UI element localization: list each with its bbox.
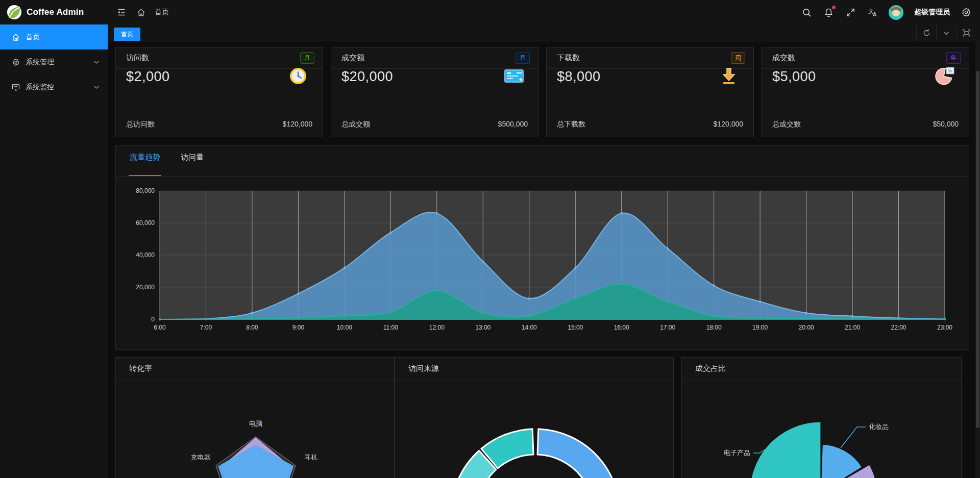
search-icon[interactable]: [801, 7, 812, 18]
stat-card-transactions: 成交额 月 $20,000 总成交额 $500,000: [331, 47, 538, 137]
page-scrollbar[interactable]: [975, 41, 980, 478]
svg-text:耳机: 耳机: [304, 454, 317, 461]
stat-footer-value: $120,000: [714, 120, 743, 129]
fullscreen-icon[interactable]: [845, 7, 856, 18]
settings-gear-icon[interactable]: [961, 7, 972, 18]
radar-chart[interactable]: 电脑充电器耳机: [116, 380, 394, 478]
coffee-admin-app: Coffee Admin 首页 系统管理 系统监控: [0, 0, 980, 478]
svg-text:17:00: 17:00: [660, 324, 675, 331]
svg-text:7:00: 7:00: [200, 324, 212, 331]
card-title: 下载数: [557, 53, 580, 63]
tab-visit-volume[interactable]: 访问量: [181, 153, 204, 176]
stat-footer-value: $120,000: [283, 120, 312, 129]
user-name[interactable]: 超级管理员: [914, 8, 950, 17]
svg-text:6:00: 6:00: [154, 324, 166, 331]
user-avatar[interactable]: [889, 5, 903, 20]
svg-text:20:00: 20:00: [799, 324, 814, 331]
download-icon: [719, 66, 739, 86]
svg-text:电子产品: 电子产品: [724, 449, 750, 457]
stat-card-downloads: 下载数 周 $8,000 总下载数 $120,000: [546, 47, 754, 137]
panel-title: 转化率: [116, 358, 394, 380]
notification-dot: [832, 6, 836, 9]
sidebar-item-label: 系统管理: [26, 58, 93, 67]
svg-text:40,000: 40,000: [136, 251, 155, 259]
panel-title: 访问来源: [395, 358, 673, 380]
svg-text:13:00: 13:00: [475, 324, 491, 331]
card-title: 访问数: [126, 53, 149, 63]
breadcrumb[interactable]: 首页: [155, 8, 169, 17]
svg-text:80,000: 80,000: [136, 187, 155, 194]
svg-text:12:00: 12:00: [429, 324, 445, 331]
tab-home[interactable]: 首页: [114, 28, 140, 41]
svg-text:化妆品: 化妆品: [869, 423, 889, 431]
svg-text:11:00: 11:00: [383, 324, 398, 331]
clock-icon: [288, 66, 308, 86]
period-badge: 年: [946, 52, 961, 64]
stat-footer-value: $50,000: [933, 120, 959, 129]
breadcrumb-home-icon[interactable]: [135, 7, 146, 18]
app-title: Coffee Admin: [27, 7, 84, 17]
menu-fold-icon[interactable]: [116, 7, 127, 18]
svg-text:20,000: 20,000: [136, 284, 155, 291]
stat-footer-label: 总成交额: [341, 120, 370, 129]
period-badge: 月: [516, 52, 530, 64]
svg-text:19:00: 19:00: [752, 324, 768, 331]
svg-text:21:00: 21:00: [845, 324, 860, 331]
svg-text:0: 0: [151, 316, 155, 323]
svg-text:%: %: [948, 68, 952, 73]
sidebar-item-home[interactable]: 首页: [0, 24, 108, 49]
sidebar-item-label: 系统监控: [26, 83, 93, 92]
stat-footer-label: 总访问数: [126, 120, 155, 129]
svg-text:15:00: 15:00: [568, 324, 583, 331]
pie-chart[interactable]: 电子产品化妆品: [682, 380, 961, 478]
chevron-down-icon[interactable]: [936, 24, 956, 41]
svg-text:14:00: 14:00: [522, 324, 537, 331]
stat-footer-value: $500,000: [498, 120, 528, 129]
pie-chart-icon: %: [934, 66, 954, 86]
period-badge: 月: [300, 52, 314, 64]
tab-traffic-trend[interactable]: 流量趋势: [130, 153, 160, 176]
donut-chart[interactable]: [395, 380, 673, 478]
svg-text:22:00: 22:00: [891, 324, 906, 331]
main-content: 访问数 月 $2,000 总访问数 $120,000 成交额 月 $20,000: [108, 41, 980, 478]
stat-footer-label: 总下载数: [557, 120, 585, 129]
area-chart[interactable]: 020,00040,00060,00080,0006:007:008:009:0…: [116, 177, 970, 336]
gear-icon: [12, 58, 20, 66]
panel-title: 成交占比: [682, 358, 961, 380]
monitor-icon: [12, 83, 20, 91]
stat-card-visits: 访问数 月 $2,000 总访问数 $120,000: [115, 47, 323, 137]
stat-value: $5,000: [772, 69, 816, 85]
sidebar-item-system-monitor[interactable]: 系统监控: [0, 74, 108, 99]
card-title: 成交额: [341, 53, 364, 63]
svg-text:18:00: 18:00: [706, 324, 722, 331]
refresh-icon[interactable]: [916, 24, 936, 41]
svg-text:A: A: [873, 12, 876, 17]
leaf-logo-icon: [7, 5, 22, 20]
svg-text:充电器: 充电器: [191, 454, 211, 461]
stat-footer-label: 总成交数: [772, 120, 801, 129]
period-badge: 周: [731, 52, 745, 64]
app-logo[interactable]: Coffee Admin: [0, 0, 108, 24]
bell-icon[interactable]: [823, 7, 834, 18]
conversion-rate-panel: 转化率 电脑充电器耳机: [115, 357, 395, 478]
sidebar: Coffee Admin 首页 系统管理 系统监控: [0, 0, 108, 478]
sidebar-item-system-admin[interactable]: 系统管理: [0, 49, 108, 74]
stat-value: $20,000: [341, 69, 393, 85]
svg-text:10:00: 10:00: [337, 324, 352, 331]
stat-value: $2,000: [126, 69, 170, 85]
svg-text:9:00: 9:00: [292, 324, 305, 331]
svg-text:23:00: 23:00: [937, 324, 952, 331]
stat-card-deals: 成交数 年 $5,000 % 总成交数 $50,000: [762, 47, 969, 137]
visit-source-panel: 访问来源: [395, 357, 674, 478]
chevron-down-icon: [93, 59, 100, 65]
card-title: 成交数: [772, 53, 795, 63]
credit-card-icon: [503, 66, 524, 86]
scrollbar-thumb[interactable]: [976, 71, 979, 428]
stat-value: $8,000: [557, 69, 601, 85]
chevron-down-icon: [93, 84, 100, 90]
translate-icon[interactable]: 文A: [867, 7, 878, 18]
svg-text:电脑: 电脑: [249, 420, 262, 427]
maximize-icon[interactable]: [956, 24, 976, 41]
svg-text:60,000: 60,000: [136, 219, 155, 227]
svg-text:8:00: 8:00: [246, 324, 258, 331]
